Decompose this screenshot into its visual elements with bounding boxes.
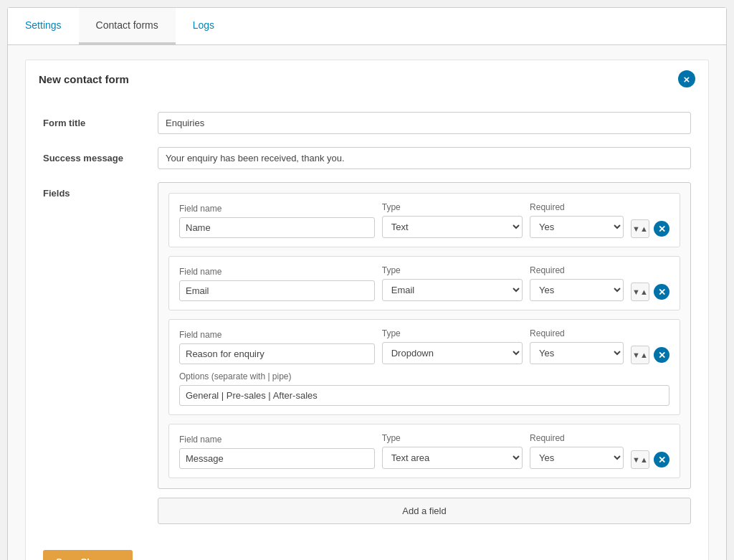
- field-type-col-label: Type: [382, 202, 523, 212]
- field-required-col-label: Required: [530, 202, 624, 212]
- options-row: Options (separate with | pipe): [179, 371, 669, 406]
- sort-button[interactable]: ▼▲: [631, 283, 649, 301]
- field-required-col-label: Required: [530, 328, 624, 338]
- field-type-col: Type TextEmailDropdownText areaCheckbox: [382, 202, 523, 238]
- field-name-input[interactable]: [179, 343, 375, 364]
- field-name-col-label: Field name: [179, 435, 375, 445]
- remove-field-button[interactable]: ✕: [654, 347, 669, 363]
- field-required-col-label: Required: [530, 433, 624, 443]
- sort-button[interactable]: ▼▲: [631, 346, 649, 364]
- form-title-label: Form title: [43, 112, 158, 128]
- tab-bar: Settings Contact forms Logs: [8, 8, 726, 45]
- field-name-col-label: Field name: [179, 204, 375, 214]
- field-columns: Field name Type TextEmailDropdownText ar…: [179, 433, 669, 469]
- field-required-select[interactable]: YesNo: [530, 279, 624, 301]
- field-required-col: Required YesNo: [530, 202, 624, 238]
- field-required-select[interactable]: YesNo: [530, 342, 624, 364]
- field-required-col-label: Required: [530, 265, 624, 275]
- field-type-col: Type TextEmailDropdownText areaCheckbox: [382, 265, 523, 301]
- fields-row: Fields Field name Type TextEmailDropdown…: [43, 182, 691, 524]
- field-type-col-label: Type: [382, 265, 523, 275]
- field-required-col: Required YesNo: [530, 265, 624, 301]
- field-actions-col: ▼▲ ✕: [631, 435, 669, 469]
- field-required-select[interactable]: YesNo: [530, 216, 624, 238]
- field-type-col-label: Type: [382, 433, 523, 443]
- section-title: New contact form: [39, 73, 129, 85]
- field-actions-col: ▼▲ ✕: [631, 204, 669, 238]
- success-message-row: Success message: [43, 147, 691, 169]
- form-title-wrap: [158, 112, 691, 134]
- field-columns: Field name Type TextEmailDropdownText ar…: [179, 265, 669, 301]
- tab-settings[interactable]: Settings: [8, 8, 79, 44]
- add-field-button[interactable]: Add a field: [158, 498, 691, 524]
- main-content: New contact form × Form title Success me…: [8, 45, 726, 560]
- fields-wrap: Field name Type TextEmailDropdownText ar…: [158, 182, 691, 524]
- field-row: Field name Type TextEmailDropdownText ar…: [168, 193, 680, 247]
- field-type-col: Type TextEmailDropdownText areaCheckbox: [382, 328, 523, 364]
- success-message-wrap: [158, 147, 691, 169]
- field-required-col: Required YesNo: [530, 328, 624, 364]
- save-changes-button[interactable]: Save Changes: [43, 550, 133, 560]
- field-required-select[interactable]: YesNo: [530, 447, 624, 469]
- sort-button[interactable]: ▼▲: [631, 219, 649, 238]
- remove-field-button[interactable]: ✕: [654, 452, 669, 468]
- field-type-select[interactable]: TextEmailDropdownText areaCheckbox: [382, 279, 523, 301]
- field-type-select[interactable]: TextEmailDropdownText areaCheckbox: [382, 342, 523, 364]
- field-columns: Field name Type TextEmailDropdownText ar…: [179, 328, 669, 364]
- field-name-input[interactable]: [179, 217, 375, 238]
- success-message-input[interactable]: [158, 147, 691, 169]
- field-name-col: Field name: [179, 435, 375, 469]
- form-title-input[interactable]: [158, 112, 691, 134]
- field-row: Field name Type TextEmailDropdownText ar…: [168, 319, 680, 415]
- close-button[interactable]: ×: [678, 70, 695, 87]
- field-name-input[interactable]: [179, 280, 375, 301]
- form-title-row: Form title: [43, 112, 691, 134]
- field-type-select[interactable]: TextEmailDropdownText areaCheckbox: [382, 216, 523, 238]
- form-body: Form title Success message Fields: [25, 98, 709, 560]
- field-actions-col: ▼▲ ✕: [631, 330, 669, 364]
- field-type-col-label: Type: [382, 328, 523, 338]
- field-name-col: Field name: [179, 330, 375, 364]
- field-type-col: Type TextEmailDropdownText areaCheckbox: [382, 433, 523, 469]
- success-message-label: Success message: [43, 147, 158, 163]
- field-row: Field name Type TextEmailDropdownText ar…: [168, 424, 680, 478]
- tab-logs[interactable]: Logs: [176, 8, 232, 44]
- tab-contact-forms[interactable]: Contact forms: [79, 8, 176, 44]
- field-row: Field name Type TextEmailDropdownText ar…: [168, 256, 680, 310]
- sort-button[interactable]: ▼▲: [631, 450, 649, 469]
- field-required-col: Required YesNo: [530, 433, 624, 469]
- field-columns: Field name Type TextEmailDropdownText ar…: [179, 202, 669, 238]
- field-actions-col: ▼▲ ✕: [631, 267, 669, 301]
- field-name-col: Field name: [179, 204, 375, 238]
- field-name-input[interactable]: [179, 448, 375, 469]
- field-name-col: Field name: [179, 267, 375, 301]
- options-input[interactable]: [179, 385, 669, 406]
- fields-container: Field name Type TextEmailDropdownText ar…: [158, 182, 691, 489]
- options-label: Options (separate with | pipe): [179, 371, 669, 381]
- remove-field-button[interactable]: ✕: [654, 221, 669, 237]
- field-name-col-label: Field name: [179, 330, 375, 340]
- section-header: New contact form ×: [25, 60, 709, 98]
- fields-label: Fields: [43, 182, 158, 199]
- field-name-col-label: Field name: [179, 267, 375, 277]
- remove-field-button[interactable]: ✕: [654, 284, 669, 300]
- field-type-select[interactable]: TextEmailDropdownText areaCheckbox: [382, 447, 523, 469]
